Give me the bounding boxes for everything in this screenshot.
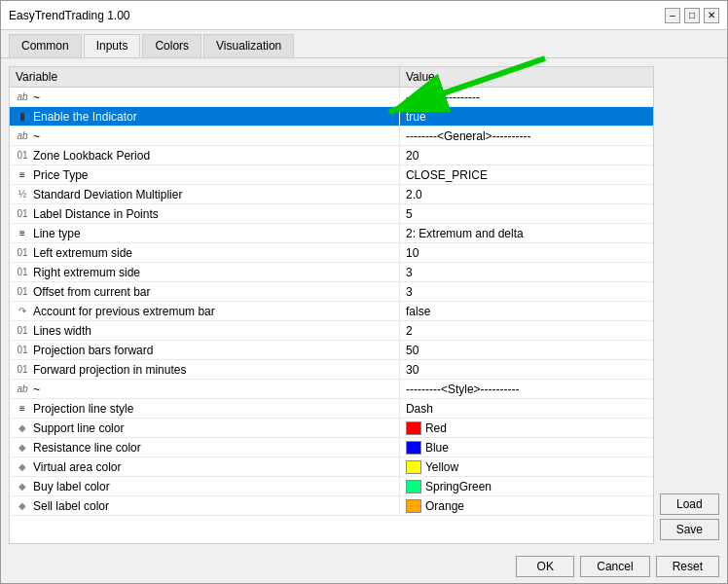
table-row[interactable]: ≡Price TypeCLOSE_PRICE xyxy=(10,165,653,185)
table-row[interactable]: 01Left extremum side10 xyxy=(10,243,653,263)
value-cell[interactable]: ------------------- xyxy=(399,88,652,107)
table-row[interactable]: 01Right extremum side3 xyxy=(10,263,653,282)
variable-cell: ≡Price Type xyxy=(10,165,399,185)
table-row[interactable]: ◆Resistance line colorBlue xyxy=(10,438,653,457)
reset-button[interactable]: Reset xyxy=(656,556,719,577)
value-cell[interactable]: true xyxy=(399,107,652,127)
close-button[interactable]: ✕ xyxy=(704,8,719,23)
01-icon: 01 xyxy=(16,285,29,299)
ab-icon: ab xyxy=(16,383,29,396)
lines-icon: ≡ xyxy=(16,402,29,416)
value-cell[interactable]: Blue xyxy=(399,438,652,457)
table-row[interactable]: 01Projection bars forward50 xyxy=(10,341,653,360)
value-cell[interactable]: 2 xyxy=(399,321,652,341)
window-title: EasyTrendTrading 1.00 xyxy=(9,9,130,22)
color-icon: ◆ xyxy=(16,441,29,455)
lines-icon: ≡ xyxy=(16,168,29,182)
half-icon: ½ xyxy=(16,188,29,201)
value-cell[interactable]: SpringGreen xyxy=(399,477,652,496)
variable-cell: ab~ xyxy=(10,127,399,146)
table-row[interactable]: ab~------------------- xyxy=(10,88,653,107)
table-row[interactable]: ½Standard Deviation Multiplier2.0 xyxy=(10,185,653,204)
maximize-button[interactable]: □ xyxy=(684,8,700,23)
value-cell[interactable]: Yellow xyxy=(399,457,652,477)
variable-cell: ½Standard Deviation Multiplier xyxy=(10,185,399,204)
tab-colors[interactable]: Colors xyxy=(142,34,201,57)
value-cell[interactable]: --------<General>---------- xyxy=(399,127,652,146)
color-swatch xyxy=(406,480,421,493)
color-icon: ◆ xyxy=(16,460,29,474)
variable-cell: ≡Projection line style xyxy=(10,399,399,419)
table-row[interactable]: ≡Projection line styleDash xyxy=(10,399,653,419)
value-cell[interactable]: Red xyxy=(399,419,652,438)
minimize-button[interactable]: – xyxy=(665,8,680,23)
table-row[interactable]: 01Offset from current bar3 xyxy=(10,282,653,302)
ok-button[interactable]: OK xyxy=(516,556,574,577)
01-icon: 01 xyxy=(16,266,29,279)
table-row[interactable]: 01Zone Lookback Period20 xyxy=(10,146,653,165)
value-cell[interactable]: Orange xyxy=(399,496,652,516)
variable-cell: ◆Sell label color xyxy=(10,496,399,516)
01-icon: 01 xyxy=(16,324,29,338)
table-row[interactable]: ≡Line type2: Extremum and delta xyxy=(10,224,653,243)
value-cell[interactable]: 2.0 xyxy=(399,185,652,204)
cancel-button[interactable]: Cancel xyxy=(580,556,649,577)
variable-cell: 01Zone Lookback Period xyxy=(10,146,399,165)
col-value: Value xyxy=(399,67,652,88)
variable-cell: ◆Virtual area color xyxy=(10,457,399,477)
save-button[interactable]: Save xyxy=(660,519,719,540)
table-area: Variable Value ab~-------------------▮En… xyxy=(9,66,654,544)
table-row[interactable]: 01Label Distance in Points5 xyxy=(10,204,653,224)
value-cell[interactable]: ---------<Style>---------- xyxy=(399,380,652,399)
content-area: Variable Value ab~-------------------▮En… xyxy=(1,58,727,552)
variable-cell: 01Offset from current bar xyxy=(10,282,399,302)
value-cell[interactable]: 5 xyxy=(399,204,652,224)
variable-cell: ab~ xyxy=(10,88,399,107)
value-cell[interactable]: 30 xyxy=(399,360,652,380)
arrow-icon: ↷ xyxy=(16,305,29,318)
color-swatch xyxy=(406,441,421,455)
01-icon: 01 xyxy=(16,246,29,260)
inputs-table[interactable]: Variable Value ab~-------------------▮En… xyxy=(9,66,654,544)
color-icon: ◆ xyxy=(16,499,29,513)
load-button[interactable]: Load xyxy=(660,493,719,515)
table-row[interactable]: 01Lines width2 xyxy=(10,321,653,341)
table-row[interactable]: 01Forward projection in minutes30 xyxy=(10,360,653,380)
variable-cell: ◆Buy label color xyxy=(10,477,399,496)
table-row[interactable]: ◆Virtual area colorYellow xyxy=(10,457,653,477)
01-icon: 01 xyxy=(16,344,29,357)
01-icon: 01 xyxy=(16,149,29,163)
color-swatch xyxy=(406,499,421,513)
variable-cell: 01Projection bars forward xyxy=(10,341,399,360)
value-cell[interactable]: 50 xyxy=(399,341,652,360)
value-cell[interactable]: 3 xyxy=(399,282,652,302)
tab-visualization[interactable]: Visualization xyxy=(203,34,294,57)
table-row[interactable]: ◆Support line colorRed xyxy=(10,419,653,438)
variable-cell: ↷Account for previous extremum bar xyxy=(10,302,399,321)
value-cell[interactable]: 20 xyxy=(399,146,652,165)
table-row[interactable]: ab~--------<General>---------- xyxy=(10,127,653,146)
variable-cell: ◆Resistance line color xyxy=(10,438,399,457)
value-cell[interactable]: Dash xyxy=(399,399,652,419)
value-cell[interactable]: 3 xyxy=(399,263,652,282)
side-buttons: Load Save xyxy=(654,66,719,544)
value-cell[interactable]: CLOSE_PRICE xyxy=(399,165,652,185)
table-row[interactable]: ab~---------<Style>---------- xyxy=(10,380,653,399)
color-icon: ◆ xyxy=(16,480,29,493)
color-icon: ◆ xyxy=(16,421,29,435)
main-area: Variable Value ab~-------------------▮En… xyxy=(9,66,719,544)
col-variable: Variable xyxy=(10,67,399,88)
tab-common[interactable]: Common xyxy=(9,34,82,57)
variable-cell: 01Label Distance in Points xyxy=(10,204,399,224)
value-cell[interactable]: false xyxy=(399,302,652,321)
variable-cell: ≡Line type xyxy=(10,224,399,243)
table-row[interactable]: ◆Sell label colorOrange xyxy=(10,496,653,516)
table-row[interactable]: ▮Enable the Indicatortrue xyxy=(10,107,653,127)
value-cell[interactable]: 2: Extremum and delta xyxy=(399,224,652,243)
value-cell[interactable]: 10 xyxy=(399,243,652,263)
variable-cell: ab~ xyxy=(10,380,399,399)
table-row[interactable]: ↷Account for previous extremum barfalse xyxy=(10,302,653,321)
table-row[interactable]: ◆Buy label colorSpringGreen xyxy=(10,477,653,496)
tab-inputs[interactable]: Inputs xyxy=(84,34,141,57)
variable-cell: 01Forward projection in minutes xyxy=(10,360,399,380)
